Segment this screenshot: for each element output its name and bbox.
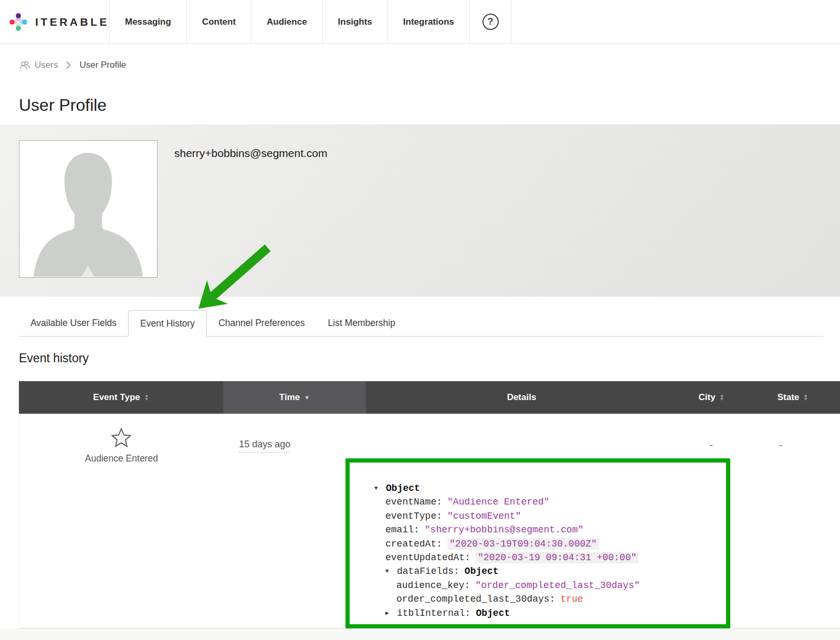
profile-tabs: Available User FieldsEvent HistoryChanne… (19, 311, 823, 337)
nav-item-insights[interactable]: Insights (322, 0, 387, 44)
json-line: eventName:"Audience Entered" (374, 495, 723, 509)
json-object-label: Object (386, 483, 420, 494)
tab-event-history[interactable]: Event History (128, 310, 207, 337)
json-object-label: Object (476, 608, 510, 618)
table-row: Audience Entered 15 days ago - - ▼Object… (19, 414, 840, 628)
breadcrumb-current: User Profile (79, 60, 126, 70)
json-value: "sherry+bobbins@segment.com" (425, 524, 583, 535)
json-key: email: (385, 524, 419, 535)
users-icon (19, 61, 30, 70)
column-label: Time (279, 392, 300, 403)
column-label: Details (507, 392, 537, 403)
tab-available-user-fields[interactable]: Available User Fields (19, 310, 128, 336)
json-key: eventType: (385, 511, 442, 521)
json-value: "customEvent" (447, 511, 521, 521)
page-footer-strip (0, 628, 840, 640)
state-cell: - (746, 414, 840, 628)
json-value: true (560, 594, 583, 604)
column-header-state[interactable]: State▲▼ (746, 381, 840, 414)
json-line: order_completed_last_30days:true (374, 592, 723, 606)
json-tree: ▼ObjecteventName:"Audience Entered"event… (350, 463, 726, 620)
json-key: createdAt: (385, 539, 442, 549)
json-line: audience_key:"order_completed_last_30day… (374, 579, 723, 592)
relative-time[interactable]: 15 days ago (239, 439, 290, 453)
json-value: "2020-03-19 09:04:31 +00:00" (476, 552, 638, 563)
page-title: User Profile (19, 96, 840, 114)
json-key: dataFields: (397, 566, 459, 576)
event-history-table: Event Type▲▼Time▼DetailsCity▲▼State▲▼ Au… (19, 381, 840, 628)
sort-desc-icon: ▼ (304, 395, 310, 401)
event-type-cell: Audience Entered (19, 414, 224, 628)
json-key: audience_key: (396, 580, 470, 591)
sort-icon: ▲▼ (720, 394, 724, 401)
profile-email: sherry+bobbins@segment.com (174, 147, 328, 160)
json-object-label: Object (465, 566, 499, 576)
expand-toggle-icon[interactable]: ▶ (385, 606, 397, 620)
nav-items: MessagingContentAudienceInsightsIntegrat… (109, 0, 469, 44)
breadcrumb: Users User Profile (19, 59, 840, 71)
details-json-highlight-box: ▼ObjecteventName:"Audience Entered"event… (345, 458, 730, 628)
column-header-city[interactable]: City▲▼ (677, 381, 746, 414)
help-glyph: ? (488, 16, 494, 27)
section-heading: Event history (19, 351, 840, 365)
iterable-logo-icon (9, 10, 27, 34)
json-key: eventUpdatedAt: (385, 552, 470, 563)
json-line: createdAt:"2020-03-19T09:04:30.000Z" (374, 537, 723, 551)
nav-item-content[interactable]: Content (186, 0, 251, 44)
nav-item-integrations[interactable]: Integrations (387, 0, 469, 44)
json-line: ▶itblInternal:Object (374, 606, 723, 620)
json-line: ▼Object (374, 481, 723, 495)
json-key: itblInternal: (397, 608, 470, 618)
chevron-right-icon (66, 61, 71, 69)
nav-item-audience[interactable]: Audience (251, 0, 322, 44)
json-value: "Audience Entered" (447, 497, 549, 507)
json-line: ▼dataFields:Object (374, 564, 723, 578)
column-header-details: Details (366, 381, 677, 414)
json-value: "2020-03-19T09:04:30.000Z" (447, 538, 599, 550)
person-silhouette-icon (19, 141, 157, 277)
column-label: Event Type (93, 392, 140, 403)
table-header: Event Type▲▼Time▼DetailsCity▲▼State▲▼ (19, 381, 840, 414)
nav-item-messaging[interactable]: Messaging (109, 0, 186, 44)
json-key: order_completed_last_30days: (396, 594, 555, 604)
brand[interactable]: ITERABLE (0, 0, 109, 44)
tab-channel-preferences[interactable]: Channel Preferences (207, 310, 316, 336)
json-line: email:"sherry+bobbins@segment.com" (374, 523, 723, 537)
column-label: City (698, 392, 715, 403)
help-icon: ? (482, 14, 499, 30)
json-key: eventName: (385, 497, 442, 507)
star-icon (110, 427, 132, 448)
tab-list-membership[interactable]: List Membership (317, 310, 407, 336)
json-line: eventType:"customEvent" (374, 509, 723, 523)
avatar (19, 140, 158, 278)
column-label: State (778, 392, 800, 403)
sort-icon: ▲▼ (803, 394, 808, 401)
sort-icon: ▲▼ (144, 394, 149, 401)
profile-hero: sherry+bobbins@segment.com (0, 124, 840, 297)
breadcrumb-users-link[interactable]: Users (19, 60, 58, 70)
column-header-event-type[interactable]: Event Type▲▼ (19, 381, 223, 414)
collapse-toggle-icon[interactable]: ▼ (374, 481, 386, 495)
event-type-label: Audience Entered (19, 453, 224, 464)
json-value: "order_completed_last_30days" (475, 580, 639, 591)
breadcrumb-users-label: Users (35, 60, 58, 70)
json-line: eventUpdatedAt:"2020-03-19 09:04:31 +00:… (374, 551, 723, 564)
collapse-toggle-icon[interactable]: ▼ (385, 564, 397, 578)
help-button[interactable]: ? (469, 0, 511, 44)
time-cell: 15 days ago (224, 414, 366, 628)
column-header-time[interactable]: Time▼ (223, 381, 366, 414)
brand-name: ITERABLE (35, 16, 109, 28)
top-nav: ITERABLE MessagingContentAudienceInsight… (0, 0, 840, 44)
